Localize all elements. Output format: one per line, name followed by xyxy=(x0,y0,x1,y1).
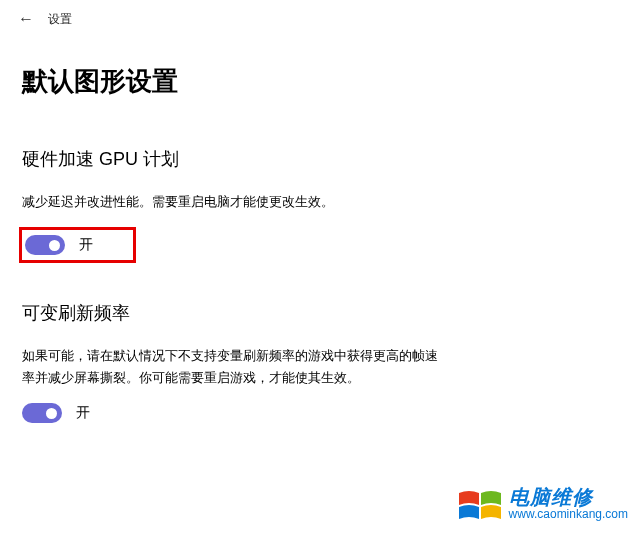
header-title: 设置 xyxy=(48,11,72,28)
toggle-vrr[interactable] xyxy=(22,403,62,423)
watermark-url: www.caominkang.com xyxy=(509,508,628,521)
section-title-gpu: 硬件加速 GPU 计划 xyxy=(22,147,618,171)
toggle-label-gpu: 开 xyxy=(79,236,93,254)
windows-logo-icon xyxy=(457,483,503,525)
highlight-box-gpu: 开 xyxy=(19,227,136,263)
header: ← 设置 xyxy=(0,0,640,38)
section-desc-vrr: 如果可能，请在默认情况下不支持变量刷新频率的游戏中获得更高的帧速率并减少屏幕撕裂… xyxy=(22,345,442,389)
watermark-text-cn: 电脑维修 xyxy=(509,486,628,508)
watermark: 电脑维修 www.caominkang.com xyxy=(457,483,628,525)
section-title-vrr: 可变刷新频率 xyxy=(22,301,618,325)
toggle-label-vrr: 开 xyxy=(76,404,90,422)
content-area: 默认图形设置 硬件加速 GPU 计划 减少延迟并改进性能。需要重启电脑才能使更改… xyxy=(0,38,640,423)
section-desc-gpu: 减少延迟并改进性能。需要重启电脑才能使更改生效。 xyxy=(22,191,442,213)
toggle-gpu[interactable] xyxy=(25,235,65,255)
watermark-text: 电脑维修 www.caominkang.com xyxy=(509,486,628,521)
back-arrow-icon[interactable]: ← xyxy=(18,10,34,28)
toggle-row-vrr: 开 xyxy=(22,403,618,423)
page-title: 默认图形设置 xyxy=(22,64,618,99)
